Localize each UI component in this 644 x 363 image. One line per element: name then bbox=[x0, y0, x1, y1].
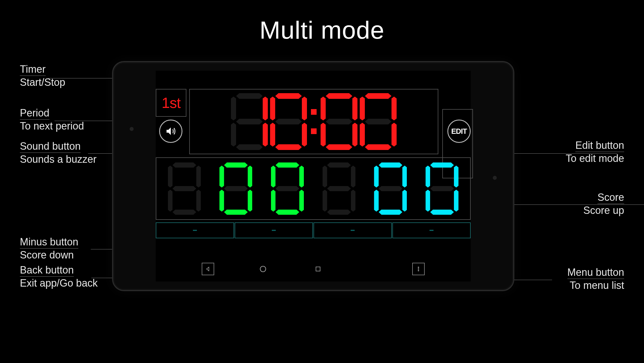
anno-menu: Menu button To menu list bbox=[567, 267, 624, 291]
tablet-frame: 1st EDIT bbox=[112, 61, 514, 291]
sound-button[interactable] bbox=[159, 120, 182, 143]
anno-sound: Sound button Sounds a buzzer bbox=[20, 141, 96, 165]
sensor-dot-icon bbox=[493, 176, 497, 180]
screen: 1st EDIT bbox=[156, 71, 471, 281]
speaker-icon bbox=[165, 126, 176, 137]
svg-point-3 bbox=[418, 269, 419, 270]
score-display[interactable] bbox=[156, 157, 471, 220]
recents-button[interactable] bbox=[312, 263, 324, 275]
minus-button[interactable] bbox=[156, 222, 234, 238]
page-title: Multi mode bbox=[260, 16, 384, 45]
anno-back: Back button Exit app/Go back bbox=[20, 265, 98, 289]
anno-score: Score Score up bbox=[583, 192, 624, 216]
minus-button[interactable] bbox=[392, 222, 471, 238]
minus-row bbox=[156, 222, 471, 238]
circle-home-icon bbox=[259, 265, 267, 273]
svg-point-2 bbox=[418, 267, 419, 268]
anno-period: Period To next period bbox=[20, 108, 84, 132]
menu-button[interactable] bbox=[412, 263, 425, 275]
edit-label: EDIT bbox=[451, 127, 467, 136]
anno-edit: Edit button To edit mode bbox=[566, 140, 624, 164]
period-label: 1st bbox=[162, 94, 180, 111]
edit-button[interactable]: EDIT bbox=[447, 120, 471, 143]
svg-point-4 bbox=[418, 270, 419, 271]
timer-display[interactable] bbox=[189, 89, 438, 154]
anno-timer: Timer Start/Stop bbox=[20, 64, 65, 88]
dots-menu-icon bbox=[416, 266, 421, 272]
square-recents-icon bbox=[315, 266, 321, 272]
period-button[interactable]: 1st bbox=[156, 89, 186, 117]
minus-button[interactable] bbox=[313, 222, 392, 238]
camera-dot-icon bbox=[130, 127, 134, 131]
anno-minus: Minus button Score down bbox=[20, 237, 78, 260]
back-button[interactable] bbox=[202, 263, 214, 275]
minus-button[interactable] bbox=[235, 222, 313, 238]
android-navbar bbox=[156, 262, 471, 276]
triangle-back-icon bbox=[205, 266, 211, 272]
home-button[interactable] bbox=[257, 263, 269, 275]
svg-point-0 bbox=[260, 266, 266, 272]
svg-rect-1 bbox=[316, 267, 320, 271]
